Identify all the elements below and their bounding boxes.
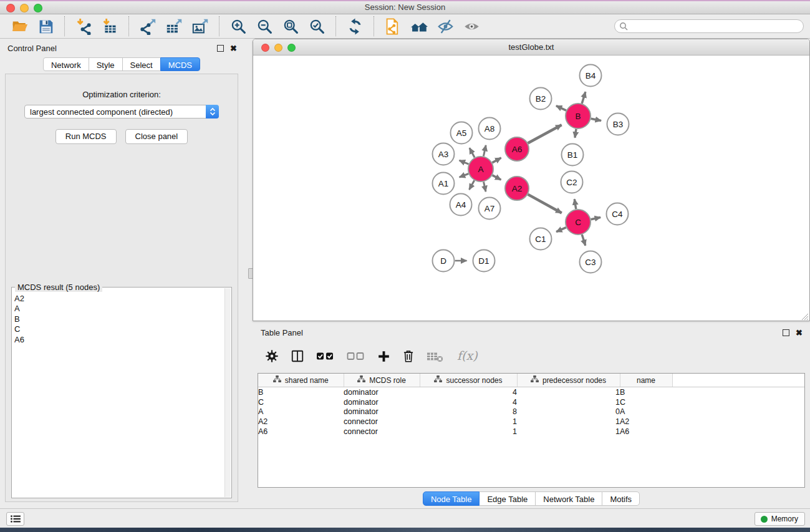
edge-C-C2[interactable] <box>574 199 576 209</box>
node-C2[interactable]: C2 <box>561 172 583 193</box>
network-minimize-button[interactable] <box>274 44 282 52</box>
edge-C-C3[interactable] <box>582 235 586 246</box>
table-row[interactable]: Cdominator41C <box>258 397 804 407</box>
export-image-icon[interactable] <box>189 16 211 36</box>
node-A2[interactable]: A2 <box>505 177 529 200</box>
column-header[interactable]: successor nodes <box>420 374 517 387</box>
node-C1[interactable]: C1 <box>530 228 552 250</box>
search-input[interactable] <box>614 19 804 33</box>
close-table-panel-icon[interactable]: ✖ <box>796 330 803 336</box>
zoom-out-icon[interactable] <box>253 16 276 36</box>
gear-icon[interactable] <box>265 347 279 365</box>
hide-details-icon[interactable] <box>434 16 456 36</box>
edge-A-A5[interactable] <box>470 148 475 157</box>
node-C[interactable]: C <box>566 210 591 235</box>
tab-mcds[interactable]: MCDS <box>160 57 200 71</box>
table-row[interactable]: Adominator80A <box>258 407 804 417</box>
node-C4[interactable]: C4 <box>607 203 629 225</box>
edge-A-A2[interactable] <box>493 175 501 180</box>
network-window-titlebar[interactable]: testGlobe.txt <box>253 39 809 56</box>
node-A[interactable]: A <box>468 157 493 181</box>
zoom-fit-icon[interactable] <box>279 16 302 36</box>
node-B[interactable]: B <box>566 104 591 128</box>
node-A4[interactable]: A4 <box>450 194 472 216</box>
tab-network-table[interactable]: Network Table <box>535 491 602 506</box>
edge-A-A1[interactable] <box>460 174 469 178</box>
table-row[interactable]: Bdominator41B <box>258 387 804 397</box>
edge-A-A3[interactable] <box>460 160 469 164</box>
node-A5[interactable]: A5 <box>451 122 473 144</box>
memory-button[interactable]: Memory <box>755 512 805 526</box>
close-panel-icon[interactable]: ✖ <box>230 46 237 51</box>
node-A1[interactable]: A1 <box>433 173 455 195</box>
edge-C-C1[interactable] <box>556 228 566 232</box>
tab-edge-table[interactable]: Edge Table <box>479 491 536 506</box>
zoom-in-icon[interactable] <box>227 16 249 36</box>
node-B4[interactable]: B4 <box>580 65 602 87</box>
save-icon[interactable] <box>34 16 57 36</box>
minimize-window-button[interactable] <box>20 4 29 12</box>
edge-A6-B[interactable] <box>528 125 562 143</box>
column-header[interactable]: name <box>620 374 672 387</box>
resize-grip-icon[interactable] <box>801 312 809 320</box>
node-D[interactable]: D <box>433 250 455 272</box>
show-details-icon[interactable] <box>460 16 483 36</box>
table-row[interactable]: A2connector11A2 <box>258 417 804 427</box>
edge-B-B1[interactable] <box>575 129 576 138</box>
result-item[interactable]: A <box>14 304 224 314</box>
tab-motifs[interactable]: Motifs <box>602 491 640 506</box>
edge-A2-C[interactable] <box>528 195 562 213</box>
zoom-window-button[interactable] <box>34 4 42 12</box>
result-item[interactable]: B <box>14 314 224 324</box>
network-close-button[interactable] <box>261 44 269 52</box>
network-canvas[interactable]: AA1A2A3A4A5A6A7A8BB1B2B3B4CC1C2C3C4DD1 <box>253 56 809 321</box>
table-row[interactable]: A6connector11A6 <box>258 427 804 437</box>
node-B2[interactable]: B2 <box>530 88 552 110</box>
tab-select[interactable]: Select <box>122 57 161 71</box>
edge-A-A8[interactable] <box>483 145 486 157</box>
edge-A-A7[interactable] <box>484 181 486 191</box>
node-D1[interactable]: D1 <box>473 250 495 272</box>
columns-icon[interactable] <box>291 347 304 365</box>
zoom-selected-icon[interactable] <box>306 16 328 36</box>
import-network-icon[interactable] <box>72 16 95 36</box>
column-header[interactable]: predecessor nodes <box>517 374 620 387</box>
refresh-icon[interactable] <box>344 16 366 36</box>
result-item[interactable]: A6 <box>14 335 224 345</box>
add-column-icon[interactable] <box>377 347 390 365</box>
node-B3[interactable]: B3 <box>607 114 629 135</box>
column-header[interactable]: shared name <box>258 374 344 387</box>
result-item[interactable]: A2 <box>14 294 224 304</box>
export-network-icon[interactable] <box>137 16 159 36</box>
close-panel-button[interactable]: Close panel <box>125 129 188 144</box>
column-header[interactable]: MCDS role <box>344 374 420 387</box>
import-table-icon[interactable] <box>99 16 121 36</box>
result-item[interactable]: C <box>14 324 224 334</box>
run-mcds-button[interactable]: Run MCDS <box>55 129 117 144</box>
node-A3[interactable]: A3 <box>433 143 455 165</box>
open-folder-icon[interactable] <box>8 16 31 36</box>
node-C3[interactable]: C3 <box>580 251 602 273</box>
deselect-all-icon[interactable] <box>347 347 365 365</box>
node-B1[interactable]: B1 <box>562 144 584 166</box>
node-A6[interactable]: A6 <box>505 137 529 161</box>
tab-network[interactable]: Network <box>43 57 89 71</box>
export-table-icon[interactable] <box>163 16 185 36</box>
node-A7[interactable]: A7 <box>479 198 501 220</box>
node-A8[interactable]: A8 <box>479 118 501 140</box>
task-history-button[interactable] <box>6 512 24 526</box>
edge-B-B2[interactable] <box>556 106 566 110</box>
delete-column-icon[interactable] <box>402 347 415 365</box>
result-scrollbar[interactable] <box>224 288 231 497</box>
edge-B-B3[interactable] <box>591 118 601 120</box>
tab-node-table[interactable]: Node Table <box>423 491 480 506</box>
criterion-dropdown[interactable]: largest connected component (directed) <box>24 105 219 118</box>
edge-C-C4[interactable] <box>591 218 601 220</box>
tab-style[interactable]: Style <box>89 57 123 71</box>
edge-A-A4[interactable] <box>469 180 474 190</box>
network-file-icon[interactable] <box>382 16 404 36</box>
home-networks-icon[interactable] <box>408 16 430 36</box>
edge-B-B4[interactable] <box>582 92 586 104</box>
select-all-icon[interactable] <box>316 347 335 365</box>
float-panel-icon[interactable] <box>217 45 224 52</box>
